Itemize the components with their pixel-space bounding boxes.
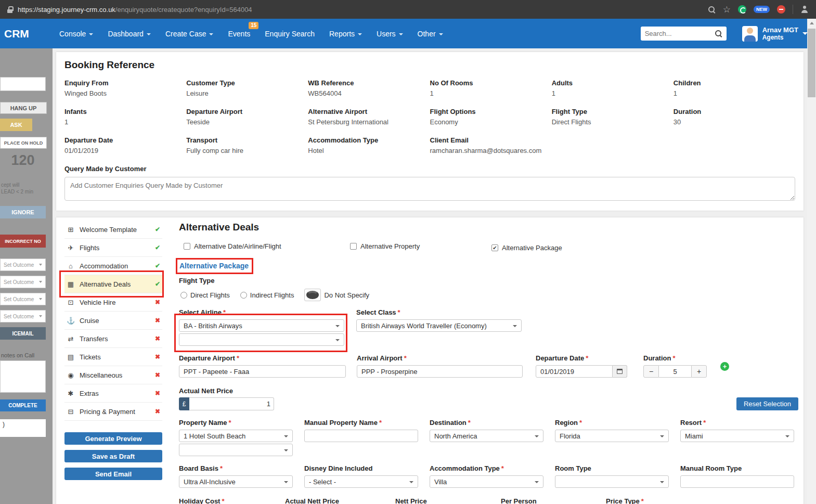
destination-label: Destination <box>430 419 467 427</box>
sidebar-item-vehicle-hire[interactable]: ⊡Vehicle Hire✖ <box>64 293 162 312</box>
radio-do-not-specify[interactable]: Do Not Specify <box>304 289 369 301</box>
new-extension-badge[interactable]: NEW <box>754 6 770 13</box>
check-icon: ✔ <box>155 244 160 251</box>
send-email-button[interactable]: Send Email <box>64 468 162 480</box>
departure-date-input[interactable] <box>536 365 613 378</box>
sidebar-item-flights[interactable]: ✈Flights✔ <box>64 239 162 257</box>
checkbox-alternative-package[interactable]: Alternative Package <box>491 244 562 252</box>
property-name-label: Property Name <box>179 419 227 427</box>
sidebar-item-tickets[interactable]: ▤Tickets✖ <box>64 348 162 366</box>
sidebar-item-welcome-template[interactable]: ⊞Welcome Template✔ <box>64 221 162 239</box>
duration-input[interactable]: 5 <box>659 365 691 378</box>
user-avatar[interactable] <box>742 26 758 42</box>
set-outcome-select-4[interactable]: Set Outcome <box>0 310 46 322</box>
url-path: /enquiryquote/createquote?enquiryId=5640… <box>115 6 252 14</box>
region-select[interactable]: Florida <box>555 430 669 442</box>
search-icon[interactable] <box>715 30 722 37</box>
nav-other[interactable]: Other <box>410 19 450 48</box>
scroll-up-arrow-icon[interactable] <box>807 19 816 27</box>
booking-reference-title: Booking Reference <box>64 59 795 71</box>
chevron-down-icon <box>147 33 151 35</box>
alternative-checkboxes: Alternative Date/Airline/Flight Alternat… <box>179 242 798 252</box>
sidebar-item-cruise[interactable]: ⚓Cruise✖ <box>64 312 162 330</box>
airline-select-secondary[interactable] <box>179 333 344 346</box>
departure-airport-input[interactable] <box>179 365 346 378</box>
cross-icon: ✖ <box>155 317 160 324</box>
incorrect-no-button[interactable]: INCORRECT NO <box>0 235 46 248</box>
cross-icon: ✖ <box>155 335 160 342</box>
property-name-select-secondary[interactable] <box>179 444 293 456</box>
sidebar-item-alternative-deals[interactable]: ▦Alternative Deals✔ <box>64 275 162 293</box>
sidebar-item-miscellaneous[interactable]: ◉Miscellaneous✖ <box>64 366 162 384</box>
property-name-select[interactable]: 1 Hotel South Beach <box>179 430 293 442</box>
resort-label: Resort <box>680 419 702 427</box>
grammarly-extension-icon[interactable] <box>738 5 746 14</box>
manual-room-type-input[interactable] <box>680 475 794 488</box>
checkbox-alternative-property[interactable]: Alternative Property <box>350 242 420 250</box>
actual-nett-price-input[interactable] <box>189 397 274 410</box>
task-button[interactable]: ASK <box>0 119 32 131</box>
ignore-button[interactable]: IGNORE <box>0 206 46 218</box>
flight-type-radios: Direct Flights Indirect Flights Do Not S… <box>179 289 798 301</box>
nav-dashboard[interactable]: Dashboard <box>100 19 158 48</box>
alternative-package-link[interactable]: Alternative Package <box>179 262 249 270</box>
app-logo[interactable]: CRM <box>0 28 52 40</box>
user-menu[interactable]: Arnav MGT Agents <box>762 26 798 42</box>
add-flight-row-button[interactable]: + <box>720 362 729 371</box>
address-bar[interactable]: https://staging.journey-crm.co.uk/enquir… <box>18 6 252 14</box>
call-notes-textarea[interactable] <box>0 360 46 393</box>
manual-property-name-input[interactable] <box>304 430 418 442</box>
red-extension-icon[interactable] <box>777 5 785 14</box>
voicemail-button[interactable]: ICEMAIL <box>0 327 46 340</box>
duration-increment-button[interactable]: + <box>691 365 707 378</box>
sidebar-item-transfers[interactable]: ⇄Transfers✖ <box>64 330 162 348</box>
set-outcome-select-1[interactable]: Set Outcome <box>0 259 46 271</box>
room-type-select[interactable] <box>555 475 669 488</box>
chevron-down-icon <box>439 33 443 35</box>
field-client-email: Client Emailramcharan.sharma@dotsquares.… <box>430 136 552 154</box>
generate-preview-button[interactable]: Generate Preview <box>64 432 162 445</box>
hang-up-button[interactable]: HANG UP <box>0 102 47 114</box>
reset-selection-button[interactable]: Reset Selection <box>736 397 798 410</box>
destination-select[interactable]: North America <box>430 430 543 442</box>
sidebar-item-pricing-payment[interactable]: ⊟Pricing & Payment✖ <box>64 403 162 421</box>
accommodation-type-select[interactable]: Villa <box>430 475 543 488</box>
sidebar-item-extras[interactable]: ✱Extras✖ <box>64 384 162 403</box>
nav-console[interactable]: Console <box>52 19 100 48</box>
save-as-draft-button[interactable]: Save as Draft <box>64 450 162 462</box>
radio-indirect-flights[interactable]: Indirect Flights <box>240 289 294 301</box>
resort-select[interactable]: Miami <box>680 430 794 442</box>
disney-dine-select[interactable]: - Select - <box>304 475 418 488</box>
calendar-button[interactable] <box>613 365 627 378</box>
browser-search-icon[interactable] <box>708 6 716 14</box>
browser-profile-icon[interactable] <box>800 6 809 13</box>
complete-button[interactable]: COMPLETE <box>0 399 46 411</box>
disney-dine-label: Disney Dine Included <box>304 464 372 472</box>
nav-reports[interactable]: Reports <box>322 19 369 48</box>
class-select[interactable]: British Airways World Traveller (Economy… <box>356 319 522 332</box>
checkbox-alternative-date-airline-flight[interactable]: Alternative Date/Airline/Flight <box>184 242 281 250</box>
duration-decrement-button[interactable]: − <box>643 365 659 378</box>
sidebar-item-accommodation[interactable]: ⌂Accommodation✔ <box>64 257 162 275</box>
scrollbar-thumb[interactable] <box>808 29 815 97</box>
board-basis-select[interactable]: Ultra All-Inclusive <box>179 475 293 488</box>
nav-events[interactable]: Events15 <box>221 19 257 48</box>
airline-select[interactable]: BA - British Airways <box>179 319 344 332</box>
nav-create-case[interactable]: Create Case <box>158 19 221 48</box>
set-outcome-select-3[interactable]: Set Outcome <box>0 293 46 305</box>
bookmark-star-icon[interactable]: ☆ <box>723 5 731 14</box>
page-scrollbar[interactable] <box>807 19 816 504</box>
field-adults: Adults1 <box>552 79 673 97</box>
global-search-input[interactable] <box>645 30 715 37</box>
set-outcome-select-2[interactable]: Set Outcome <box>0 276 46 288</box>
call-panel-input[interactable] <box>0 77 46 91</box>
query-textarea[interactable] <box>64 177 795 201</box>
nav-users[interactable]: Users <box>369 19 410 48</box>
nav-enquiry-search[interactable]: Enquiry Search <box>257 19 322 48</box>
duration-label: Duration <box>643 354 671 362</box>
place-on-hold-button[interactable]: PLACE ON HOLD <box>0 137 47 149</box>
holiday-cost-label: Holiday Cost <box>179 497 220 504</box>
cross-icon: ✖ <box>155 408 160 415</box>
radio-direct-flights[interactable]: Direct Flights <box>180 289 230 301</box>
arrival-airport-input[interactable] <box>357 365 523 378</box>
